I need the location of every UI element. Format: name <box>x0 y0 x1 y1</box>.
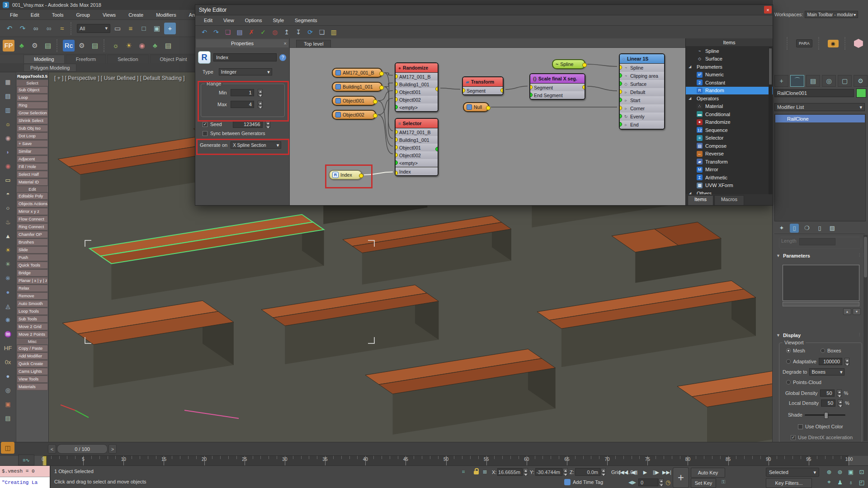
rect-region-icon[interactable]: □ <box>138 23 150 34</box>
x-coordinate-field[interactable]: 16.6655m <box>497 468 523 476</box>
render-frame-icon[interactable]: ▤ <box>3 91 14 101</box>
items-list-item-spline[interactable]: ~Spline <box>686 47 773 55</box>
parameters-hscrollbar[interactable] <box>783 302 859 306</box>
seed-checkbox[interactable]: ✓ <box>203 122 208 127</box>
se-menu-edit[interactable]: Edit <box>199 17 217 24</box>
randomize-input-object002[interactable]: Object002 <box>396 96 438 103</box>
current-frame-field[interactable]: 0 <box>638 479 658 486</box>
prev-frame-button[interactable]: < <box>48 444 56 454</box>
redo-icon[interactable]: ↷ <box>17 23 28 34</box>
fp-icon[interactable]: FP <box>3 40 14 52</box>
region-icon[interactable]: ▣ <box>3 399 14 409</box>
selected-filter-dropdown[interactable]: Selected▾ <box>766 468 819 477</box>
points-cloud-radio[interactable] <box>786 380 791 385</box>
input-port[interactable] <box>395 145 398 150</box>
import-icon[interactable]: ↥ <box>282 28 291 37</box>
walk-icon[interactable]: ♟ <box>835 477 845 488</box>
ball2-icon[interactable]: ● <box>3 287 14 297</box>
output-port[interactable] <box>373 113 377 118</box>
menu-modifiers[interactable]: Modifiers <box>151 11 182 19</box>
selector-input-am172-001-b[interactable]: AM172_001_B <box>396 128 438 136</box>
spray-icon[interactable]: ※ <box>3 273 14 283</box>
rappa-button-adjacent[interactable]: Adjacent <box>17 155 48 163</box>
go-end-icon[interactable]: ▶▶| <box>662 468 672 477</box>
pin-stack-icon[interactable]: ✦ <box>777 224 786 233</box>
listener-line1[interactable]: $.vmesh = 0 <box>0 466 50 477</box>
items-list-item-compose[interactable]: ▤Compose <box>686 142 773 150</box>
input-port[interactable] <box>395 74 398 79</box>
rappa-button-sub-obj-iso[interactable]: Sub Obj Iso <box>17 125 48 132</box>
refresh-icon[interactable]: ⟳ <box>306 28 315 37</box>
selector-input-empty[interactable]: <empty> <box>396 159 438 167</box>
selection-lock-icon[interactable] <box>474 471 479 474</box>
planar-icon[interactable]: ◬ <box>3 301 14 311</box>
modifier-list-dropdown[interactable]: Modifier List▾ <box>774 103 865 111</box>
rappa-button-material-id[interactable]: Material ID <box>17 178 48 186</box>
modifier-stack-railclone[interactable]: RailClone <box>775 115 865 122</box>
cone-icon[interactable]: ▲ <box>3 231 14 241</box>
scale-final-x-seg-input-end-segment[interactable]: End Segment <box>530 91 585 99</box>
rappa-button-copy-paste[interactable]: Copy / Paste <box>17 345 48 352</box>
object-name-field[interactable]: RailClone001 <box>774 89 854 97</box>
auto-key-button[interactable]: Auto Key <box>691 468 725 478</box>
modify-tab[interactable]: ⌒ <box>790 75 804 87</box>
zoom-icon[interactable]: ⊕ <box>824 467 835 477</box>
items-list-item-mirror[interactable]: MMirror <box>686 166 773 174</box>
remove-modifier-icon[interactable]: ▯ <box>815 224 824 233</box>
use-directx-checkbox[interactable]: ✓ <box>791 435 796 440</box>
items-list-item-conditional[interactable]: ▬Conditional <box>686 110 773 118</box>
wrench-icon[interactable]: ⚙ <box>29 40 41 52</box>
menu-views[interactable]: Views <box>97 11 121 19</box>
min-spinner[interactable] <box>258 89 263 96</box>
node-canvas[interactable]: AM172_001_BBuilding1_001Object001Object0… <box>290 48 685 205</box>
copy-icon[interactable]: ❏ <box>223 28 232 37</box>
brush-icon[interactable]: ✳ <box>3 259 14 269</box>
global-density-spinner[interactable] <box>837 389 842 397</box>
x-spinner[interactable] <box>523 468 528 475</box>
linear-1s-input-default[interactable]: ▹Default <box>620 88 664 96</box>
min-field[interactable]: 1 <box>231 89 254 96</box>
modifier-stack[interactable]: RailClone <box>774 114 866 221</box>
export-file-icon[interactable]: ❏ <box>317 28 326 37</box>
se-menu-segments[interactable]: Segments <box>290 17 322 24</box>
rappa-button-materials[interactable]: Materials <box>17 383 48 390</box>
frame-spinner[interactable] <box>659 479 664 486</box>
param-up-button[interactable]: ▲ <box>843 308 851 315</box>
time-slider[interactable]: 0 / 100 <box>57 444 108 454</box>
rappa-button-ring-connect[interactable]: Ring Connect <box>17 223 48 230</box>
style-editor-titlebar[interactable]: Style Editor × <box>195 5 773 15</box>
bind-spacewarp-icon[interactable]: ≈ <box>56 23 68 34</box>
wrench2-icon[interactable]: ⚙ <box>76 40 88 52</box>
object-color-swatch[interactable] <box>856 89 866 98</box>
rappa-button-similar[interactable]: Similar <box>17 148 48 155</box>
disable-icon[interactable]: ◍ <box>270 28 279 37</box>
y-coordinate-field[interactable]: -30.4744m <box>535 468 562 476</box>
items-tab-macros[interactable]: Macros <box>714 195 744 205</box>
rappa-button-editable-poly[interactable]: Editable Poly <box>17 192 48 200</box>
rappa-button-loop[interactable]: Loop <box>17 94 48 101</box>
linear-1s-input-evenly[interactable]: ↻Evenly <box>620 113 664 121</box>
orbit-icon[interactable]: ♁ <box>845 477 856 488</box>
items-list-item-reverse[interactable]: ←Reverse <box>686 150 773 158</box>
create-tab[interactable]: + <box>774 75 788 87</box>
command-panel-scrollbar[interactable] <box>863 235 868 441</box>
sync-checkbox[interactable] <box>203 131 208 136</box>
randomize-input-building1-001[interactable]: Building1_001 <box>396 80 438 88</box>
maximize-viewport-icon[interactable]: ◰ <box>856 477 867 488</box>
forest-icon[interactable]: ♣ <box>16 40 28 52</box>
select-object-icon[interactable]: ▭ <box>112 23 123 34</box>
node-name-field[interactable]: Index <box>213 53 277 61</box>
output-port[interactable] <box>500 88 504 93</box>
scale-final-x-seg-input-segment[interactable]: Segment <box>530 84 585 91</box>
rappa-button-slide[interactable]: Slide <box>17 246 48 253</box>
library-icon[interactable]: ▥ <box>329 28 338 37</box>
selector-input-object002[interactable]: Object002 <box>396 151 438 159</box>
node-index[interactable]: RIndex <box>329 170 362 180</box>
rappa-button-bridge[interactable]: Bridge <box>17 269 48 277</box>
randomize-input-am172-001-b[interactable]: AM172_001_B <box>396 73 438 80</box>
rappa-button-flow-connect[interactable]: Flow Connect <box>17 216 48 223</box>
items-list-item-numeric[interactable]: x²Numeric <box>686 71 773 79</box>
input-port[interactable] <box>395 97 398 102</box>
se-menu-style[interactable]: Style <box>268 17 289 24</box>
rappa-button-planar-x-y-z[interactable]: Planar | x | y | z <box>17 277 48 284</box>
